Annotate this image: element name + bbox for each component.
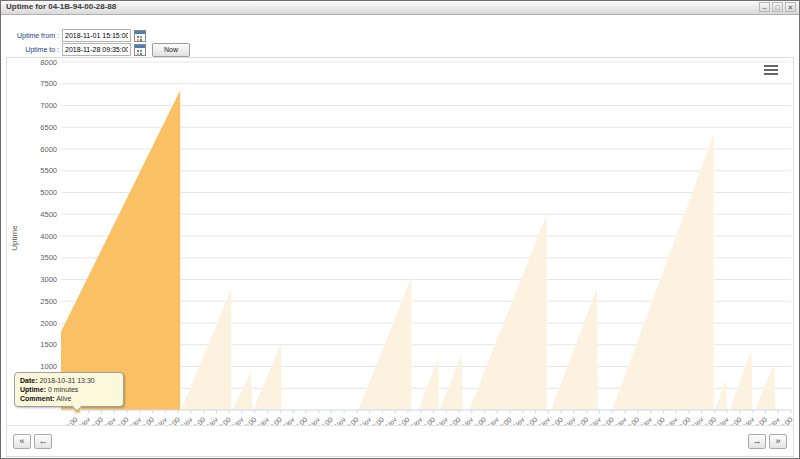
svg-text:Uptime: Uptime xyxy=(10,225,19,251)
close-icon[interactable]: ✕ xyxy=(785,2,796,12)
now-button[interactable]: Now xyxy=(152,43,190,57)
titlebar: Uptime for 04-1B-94-00-28-88 – □ ✕ xyxy=(1,1,799,15)
svg-text:2000: 2000 xyxy=(40,319,57,328)
maximize-icon[interactable]: □ xyxy=(772,2,783,12)
page-next-button[interactable]: → xyxy=(748,434,766,449)
tooltip-comment-label: Comment: xyxy=(20,395,55,402)
tooltip-date-label: Date: xyxy=(20,377,38,384)
page-first-button[interactable]: « xyxy=(13,434,31,449)
minimize-icon[interactable]: – xyxy=(759,2,770,12)
svg-text:6000: 6000 xyxy=(40,145,57,154)
svg-text:8000: 8000 xyxy=(40,58,57,67)
tooltip-uptime-value: 0 minutes xyxy=(48,386,78,393)
svg-text:7500: 7500 xyxy=(40,79,57,88)
pager-toolbar: « ← → » xyxy=(7,425,793,456)
page-last-button[interactable]: » xyxy=(769,434,787,449)
svg-text:2500: 2500 xyxy=(40,297,57,306)
uptime-from-calendar-icon[interactable] xyxy=(134,30,146,42)
svg-text:5000: 5000 xyxy=(40,188,57,197)
svg-text:3000: 3000 xyxy=(40,275,57,284)
uptime-to-label: Uptime to : xyxy=(9,46,59,53)
chart-tooltip: Date: 2018-10-31 13:30 Uptime: 0 minutes… xyxy=(14,372,124,407)
chart-export-menu-icon[interactable] xyxy=(764,64,780,76)
uptime-form: Uptime from : Uptime to : Now Get uptime… xyxy=(1,15,799,57)
svg-text:4000: 4000 xyxy=(40,232,57,241)
svg-text:7000: 7000 xyxy=(40,101,57,110)
svg-text:1000: 1000 xyxy=(40,362,57,371)
svg-text:6500: 6500 xyxy=(40,123,57,132)
tooltip-comment-value: Alive xyxy=(56,395,71,402)
svg-text:4500: 4500 xyxy=(40,210,57,219)
uptime-area-chart[interactable]: 12:001. Nov12:002. Nov12:003. Nov12:004.… xyxy=(7,58,793,427)
uptime-to-calendar-icon[interactable] xyxy=(134,44,146,56)
svg-text:1500: 1500 xyxy=(40,340,57,349)
tooltip-date-value: 2018-10-31 13:30 xyxy=(39,377,94,384)
window-controls: – □ ✕ xyxy=(759,2,796,12)
tooltip-uptime-label: Uptime: xyxy=(20,386,46,393)
svg-text:3500: 3500 xyxy=(40,253,57,262)
uptime-to-input[interactable] xyxy=(62,43,131,56)
app-window: Uptime for 04-1B-94-00-28-88 – □ ✕ Uptim… xyxy=(0,0,800,459)
uptime-from-label: Uptime from : xyxy=(9,32,59,39)
chart-panel: 12:001. Nov12:002. Nov12:003. Nov12:004.… xyxy=(6,57,794,457)
uptime-from-input[interactable] xyxy=(62,29,131,42)
svg-text:5500: 5500 xyxy=(40,166,57,175)
window-title: Uptime for 04-1B-94-00-28-88 xyxy=(6,2,116,11)
page-prev-button[interactable]: ← xyxy=(34,434,52,449)
